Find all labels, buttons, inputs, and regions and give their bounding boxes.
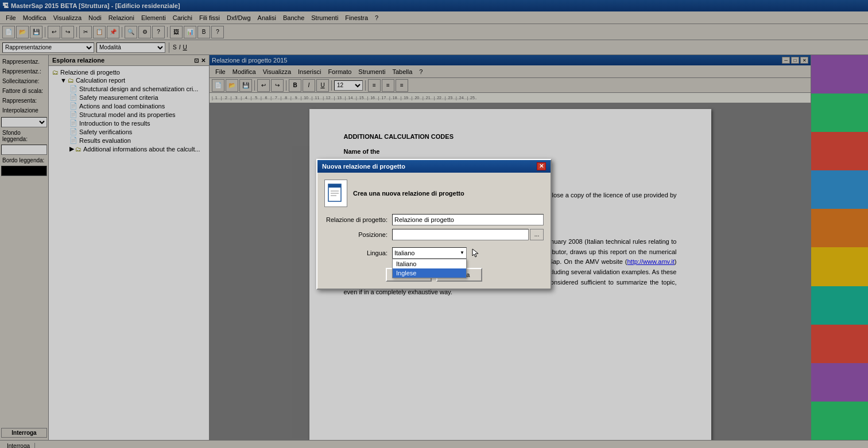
dialog-icon-text: Crea una nuova relazione di progetto — [353, 190, 464, 197]
lingua-dropdown[interactable]: Italiano ▼ — [392, 247, 467, 259]
cursor-svg — [471, 248, 479, 258]
document-icon-svg — [327, 183, 344, 204]
relazione-label: Relazione di progetto: — [324, 216, 388, 223]
cursor-indicator — [471, 248, 479, 258]
posizione-input[interactable] — [392, 229, 529, 240]
modal-overlay: Nuova relazione di progetto ✕ Crea una n… — [0, 0, 868, 448]
dialog-close-button[interactable]: ✕ — [537, 162, 546, 170]
dialog-body: Crea una nuova relazione di progetto Rel… — [317, 173, 551, 289]
dialog-title-bar: Nuova relazione di progetto ✕ — [317, 160, 551, 173]
lingua-label: Lingua: — [324, 250, 388, 256]
posizione-row: ... — [392, 229, 544, 240]
dialog-doc-icon — [324, 180, 347, 207]
option-italiano[interactable]: Italiano — [393, 259, 466, 268]
dropdown-list: Italiano Inglese — [392, 259, 467, 278]
lingua-selected: Italiano — [394, 250, 414, 256]
lingua-dropdown-container: Italiano ▼ Italiano Inglese — [392, 247, 467, 259]
dialog-form: Relazione di progetto: Posizione: ... — [324, 214, 544, 240]
svg-rect-1 — [328, 184, 341, 188]
relazione-input[interactable] — [392, 214, 544, 225]
dialog-title-text: Nuova relazione di progetto — [322, 163, 405, 170]
option-inglese[interactable]: Inglese — [393, 268, 466, 278]
dialog-nuova-relazione: Nuova relazione di progetto ✕ Crea una n… — [316, 159, 552, 290]
posizione-label: Posizione: — [324, 231, 388, 238]
svg-marker-5 — [472, 249, 478, 257]
dialog-icon-row: Crea una nuova relazione di progetto — [324, 180, 544, 207]
posizione-browse-btn[interactable]: ... — [530, 229, 544, 240]
dropdown-arrow: ▼ — [460, 250, 464, 255]
lingua-row: Lingua: Italiano ▼ Italiano Inglese — [324, 247, 544, 259]
